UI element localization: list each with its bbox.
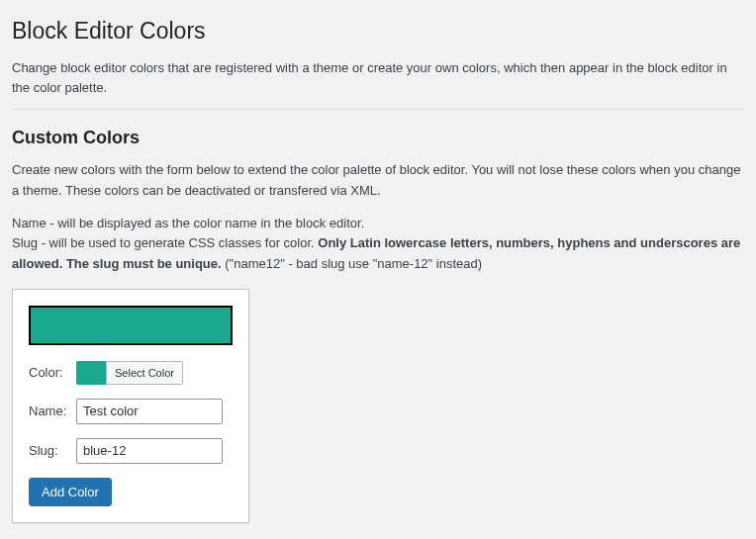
color-preview-swatch (29, 306, 233, 345)
color-picker[interactable]: Select Color (76, 361, 183, 385)
page-title: Block Editor Colors (12, 18, 744, 45)
color-field-row: Color: Select Color (29, 361, 233, 385)
custom-colors-help: Name - will be displayed as the color na… (12, 214, 744, 275)
slug-field-row: Slug: (29, 438, 233, 464)
divider (12, 109, 744, 110)
add-color-button[interactable]: Add Color (29, 478, 112, 506)
name-input[interactable] (76, 399, 223, 424)
color-label: Color: (29, 365, 76, 380)
slug-input[interactable] (76, 438, 223, 464)
help-slug-suffix: ("name12" - bad slug use "name-12" inste… (222, 256, 482, 271)
page-intro: Change block editor colors that are regi… (12, 58, 744, 97)
help-slug-prefix: Slug - will be used to generate CSS clas… (12, 235, 318, 250)
select-color-button[interactable]: Select Color (106, 361, 183, 385)
add-color-card: Color: Select Color Name: Slug: Add Colo… (12, 289, 249, 523)
name-label: Name: (29, 404, 76, 418)
slug-label: Slug: (29, 443, 76, 458)
help-name-line: Name - will be displayed as the color na… (12, 216, 364, 230)
custom-colors-desc: Create new colors with the form below to… (12, 160, 744, 202)
custom-colors-heading: Custom Colors (12, 128, 744, 148)
name-field-row: Name: (29, 399, 233, 424)
palette-icon (76, 361, 106, 385)
